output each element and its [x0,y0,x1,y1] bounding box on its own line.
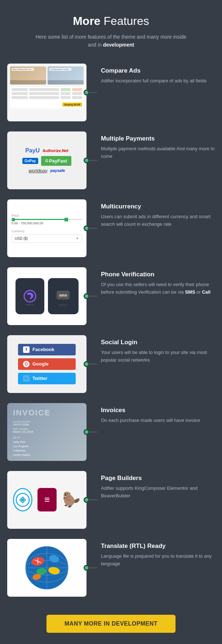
svg-text:sms: sms [59,293,67,297]
google-login-button[interactable]: G Google [18,358,76,370]
compare-ads-image: Blurr Performer For... Construction Comp… [7,64,86,121]
gopay-logo: GoPay [22,158,38,164]
invoice-number-label: Invoice Number [13,420,81,423]
feature-social-login: f Facebook G Google 🐦 Twitter Social [7,335,215,393]
page-container: More Features Here some list of more fea… [0,0,222,644]
twitter-icon: 🐦 [23,375,30,382]
invoice-image: INVOICE Invoice Number 1527371056 Date C… [7,403,86,461]
svg-rect-6 [59,304,67,306]
twitter-login-button[interactable]: 🐦 Twitter [18,373,76,384]
currency-value: USD ($) [15,237,28,241]
ad-photos: Blurr Performer For... Construction Comp… [10,66,84,85]
header-section: More Features Here some list of more fea… [7,14,215,49]
gpayfast-logo: GPayFast [41,156,71,166]
ad-photo-2: Construction Comp... [48,66,84,85]
price-thumb-left [12,218,15,221]
sms-phone-svg: sms [52,284,74,309]
price-label: Price [12,214,82,217]
chevron-down-icon: ▼ [76,237,79,240]
currency-label: Currency [12,229,82,233]
feature-title: Page Builders [101,475,215,482]
feature-translate-rtl: Translate (RTL) Ready Language file is p… [7,539,215,597]
svg-point-8 [21,498,24,501]
table-cell [72,92,82,95]
sms-bubble: sms [48,278,79,314]
feature-multicurrency: Price 0.00 - 750,000,000.00 Currency USD… [7,199,215,257]
table-cell [61,92,71,95]
feature-title: Compare Ads [101,67,215,74]
feature-title: Invoices [101,407,215,414]
page-title: More Features [7,14,215,28]
table-row [12,88,82,91]
invoice-bill-label: Bill To [13,436,81,439]
phone-image: sms [7,267,86,325]
paysafe-logo: paysafe [50,168,65,173]
price-range: 0.00 - 750,000,000.00 [12,221,82,225]
feature-desc: Your users will be able to login to your… [101,349,215,364]
table-cell [29,92,59,95]
viber-icon-svg [21,285,39,307]
ad-table: Buying 99.99 [10,87,84,108]
invoice-heading: INVOICE [13,408,81,418]
cta-button[interactable]: Many More In Development [46,615,176,633]
feature-multiple-payments: PayU Authorize.Net GoPay GPayFast worldp… [7,131,215,189]
feature-title: Multicurrency [101,203,215,210]
table-cell [61,88,71,91]
worldpay-logo: worldpay [28,168,47,173]
feature-image-builders: ≡ 🦫 [7,471,86,529]
feature-desc: Of you use this sellers will need to ver… [101,281,215,296]
table-cell [72,88,82,91]
feature-desc: Adifier supports KingComposer Elementor … [101,485,215,500]
feature-dot [84,157,89,163]
feature-desc: Users can submit ads in different curren… [101,213,215,228]
feature-text-translate: Translate (RTL) Ready Language file is p… [97,539,215,568]
translate-image [7,539,86,597]
facebook-label: Facebook [32,347,54,352]
feature-desc: Adifier incorporates full compare of ads… [101,77,215,85]
kingcomposer-icon [13,488,32,511]
facebook-login-button[interactable]: f Facebook [18,344,76,355]
phone-viber-icon [15,278,44,314]
table-cell [12,92,28,95]
feature-image-multicurrency: Price 0.00 - 750,000,000.00 Currency USD… [7,199,86,257]
ad-photo-1: Blurr Performer For... [10,66,46,85]
feature-image-translate [7,539,86,597]
feature-desc: Language file is prepared for you to tra… [101,553,215,568]
feature-text-builders: Page Builders Adifier supports KingCompo… [97,471,215,500]
table-cell [61,96,71,99]
feature-text-compare-ads: Compare Ads Adifier incorporates full co… [97,64,215,85]
elementor-icon: ≡ [37,488,57,511]
feature-title: Phone Verification [101,271,215,278]
social-login-image: f Facebook G Google 🐦 Twitter [7,335,86,393]
feature-text-social: Social Login Your users will be able to … [97,335,215,364]
feature-text-phone: Phone Verification Of you use this selle… [97,267,215,296]
feature-title: Social Login [101,339,215,346]
feature-image-payments: PayU Authorize.Net GoPay GPayFast worldp… [7,131,86,189]
cta-section: Many More In Development [7,615,215,633]
google-label: Google [32,361,49,367]
price-thumb-right [65,218,68,221]
invoice-date-value: March 18, 2018 [13,430,81,433]
globe-container [18,541,76,595]
twitter-label: Twitter [32,376,48,381]
price-slider-track [12,219,82,220]
feature-invoices: INVOICE Invoice Number 1527371056 Date C… [7,403,215,461]
feature-dot [84,497,89,503]
feature-dot [84,565,89,571]
google-icon: G [23,361,30,367]
feature-dot [84,225,89,231]
feature-desc: On each purchase made users will have in… [101,417,215,424]
currency-select[interactable]: USD ($) ▼ [12,234,82,243]
payu-logo: PayU [25,147,40,154]
price-slider-fill [12,219,68,220]
feature-text-multicurrency: Multicurrency Users can submit ads in di… [97,199,215,228]
feature-phone-verification: sms Phone Verification Of you use this s… [7,267,215,325]
table-cell [12,88,28,91]
feature-desc: Multiple payment methods available And m… [101,145,215,160]
invoice-number-value: 1527371056 [13,423,81,426]
feature-text-payments: Multiple Payments Multiple payment metho… [97,131,215,160]
feature-image-social: f Facebook G Google 🐦 Twitter [7,335,86,393]
feature-dot [84,90,89,95]
pay-row-2: GoPay GPayFast [22,156,71,166]
payments-image: PayU Authorize.Net GoPay GPayFast worldp… [7,131,86,189]
